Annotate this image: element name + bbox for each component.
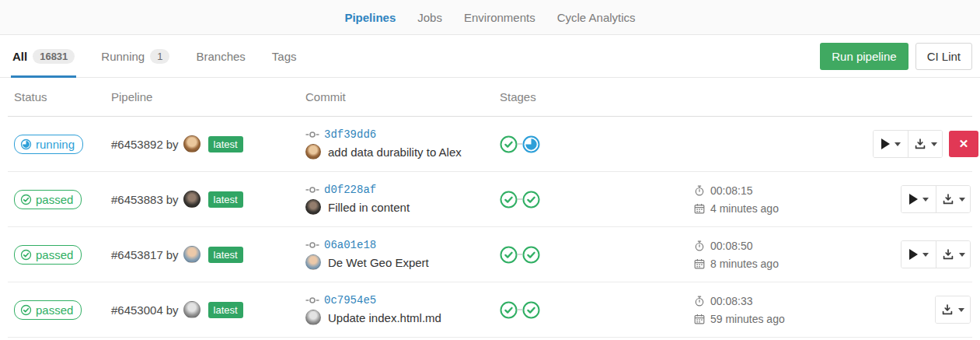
commit-icon [305, 296, 319, 305]
duration-text: 00:08:33 [710, 295, 753, 307]
user-avatar[interactable] [183, 135, 201, 152]
stage-passed-icon[interactable] [500, 191, 518, 209]
duration-icon [694, 185, 705, 196]
download-icon [942, 193, 954, 205]
project-nav: Pipelines Jobs Environments Cycle Analyt… [0, 0, 980, 35]
header-pipeline: Pipeline [105, 90, 299, 103]
pipeline-by-text: by [166, 138, 179, 151]
stage-passed-icon[interactable] [522, 301, 540, 319]
play-dropdown-button[interactable] [902, 241, 936, 268]
status-badge[interactable]: passed [14, 190, 82, 209]
chevron-down-icon [922, 253, 929, 257]
latest-badge[interactable]: latest [208, 136, 243, 152]
play-icon [881, 138, 890, 149]
stage-passed-icon[interactable] [522, 246, 540, 264]
commit-icon [305, 240, 319, 250]
table-row: passed #6453883 by latest d0f228af Fille… [8, 172, 972, 227]
tab-running[interactable]: Running 1 [101, 35, 169, 77]
tab-all[interactable]: All 16831 [12, 35, 75, 77]
tab-running-count-badge: 1 [150, 49, 169, 64]
latest-badge[interactable]: latest [208, 302, 243, 318]
tab-all-count-badge: 16831 [33, 49, 75, 64]
download-icon [942, 248, 954, 261]
commit-author-avatar[interactable] [305, 199, 321, 215]
user-avatar[interactable] [183, 301, 201, 318]
user-avatar[interactable] [183, 246, 201, 263]
duration-text: 00:08:50 [710, 240, 753, 252]
commit-author-avatar[interactable] [305, 310, 321, 325]
latest-badge[interactable]: latest [208, 247, 243, 263]
header-commit: Commit [299, 90, 493, 103]
pipeline-id-link[interactable]: #6453892 [111, 138, 163, 151]
scope-tabs: All 16831 Running 1 Branches Tags [12, 35, 297, 77]
commit-message-link[interactable]: Filled in content [328, 201, 410, 214]
status-label: passed [36, 193, 73, 206]
calendar-icon [694, 258, 705, 269]
latest-badge[interactable]: latest [208, 191, 243, 208]
cancel-pipeline-button[interactable]: ✕ [949, 131, 978, 157]
status-badge[interactable]: running [14, 135, 83, 154]
play-dropdown-button[interactable] [902, 186, 936, 212]
commit-message-link[interactable]: Update index.html.md [328, 311, 441, 324]
stage-running-icon[interactable] [522, 135, 540, 153]
download-icon [941, 303, 954, 316]
nav-item-cycle-analytics[interactable]: Cycle Analytics [557, 11, 636, 24]
running-icon [20, 138, 32, 150]
play-dropdown-button[interactable] [874, 131, 908, 157]
close-icon: ✕ [959, 137, 969, 151]
status-badge[interactable]: passed [14, 300, 82, 320]
nav-item-environments[interactable]: Environments [464, 11, 535, 24]
commit-author-avatar[interactable] [305, 144, 321, 159]
table-row: passed #6453817 by latest 06a01e18 De We… [8, 227, 972, 282]
duration-text: 00:08:15 [710, 184, 753, 197]
pipeline-id-link[interactable]: #6453883 [111, 193, 163, 206]
pipelines-toolbar: All 16831 Running 1 Branches Tags Run pi… [0, 35, 980, 78]
tab-all-label: All [12, 50, 27, 63]
artifacts-dropdown-button[interactable] [936, 296, 970, 323]
commit-sha-link[interactable]: 0c7954e5 [324, 294, 376, 307]
timing-cell: 00:08:15 4 minutes ago [688, 184, 867, 215]
calendar-icon [694, 203, 705, 214]
pipeline-id-link[interactable]: #6453817 [111, 248, 163, 261]
stage-passed-icon[interactable] [500, 246, 518, 264]
nav-item-pipelines[interactable]: Pipelines [344, 11, 396, 24]
download-icon [914, 138, 926, 150]
run-pipeline-button[interactable]: Run pipeline [820, 43, 908, 70]
table-row: running #6453892 by latest 3df39dd6 add … [8, 117, 972, 172]
status-label: passed [36, 248, 73, 261]
stage-passed-icon[interactable] [522, 191, 540, 209]
pipeline-id-link[interactable]: #6453004 [111, 303, 163, 317]
stage-passed-icon[interactable] [500, 135, 518, 153]
status-label: passed [36, 303, 73, 317]
duration-icon [694, 240, 705, 251]
timing-cell: 00:08:33 59 minutes ago [688, 295, 867, 325]
nav-item-jobs[interactable]: Jobs [417, 11, 442, 24]
commit-author-avatar[interactable] [305, 254, 321, 270]
tab-branches[interactable]: Branches [196, 35, 245, 77]
chevron-down-icon [931, 142, 937, 146]
user-avatar[interactable] [183, 191, 201, 208]
pipeline-by-text: by [166, 248, 179, 261]
commit-sha-link[interactable]: d0f228af [324, 184, 376, 196]
commit-icon [305, 130, 319, 139]
commit-sha-link[interactable]: 3df39dd6 [324, 128, 376, 141]
header-stages: Stages [493, 90, 688, 103]
toolbar-buttons: Run pipeline CI Lint [820, 43, 972, 70]
chevron-down-icon [958, 308, 964, 312]
stage-passed-icon[interactable] [500, 301, 518, 319]
commit-message-link[interactable]: De Wet Geo Expert [328, 256, 429, 269]
ci-lint-button[interactable]: CI Lint [915, 43, 972, 70]
status-label: running [36, 138, 75, 151]
chevron-down-icon [959, 253, 965, 257]
tab-tags[interactable]: Tags [272, 35, 297, 77]
chevron-down-icon [895, 142, 901, 146]
artifacts-dropdown-button[interactable] [936, 241, 970, 268]
commit-sha-link[interactable]: 06a01e18 [324, 239, 376, 251]
commit-message-link[interactable]: add data durability to Alex [328, 145, 462, 159]
passed-icon [20, 249, 32, 261]
tab-tags-label: Tags [272, 50, 297, 63]
artifacts-dropdown-button[interactable] [936, 186, 970, 212]
artifacts-dropdown-button[interactable] [908, 131, 942, 157]
timing-cell: 00:08:50 8 minutes ago [688, 240, 867, 270]
status-badge[interactable]: passed [14, 245, 82, 265]
